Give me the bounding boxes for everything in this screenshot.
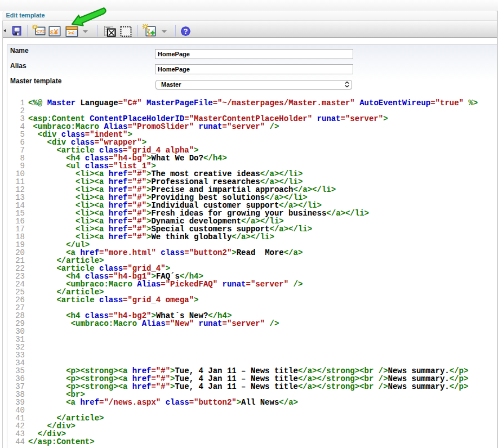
svg-text:ε¥: ε¥	[50, 29, 58, 37]
svg-text:?: ?	[184, 27, 188, 35]
svg-text:><: ><	[68, 30, 74, 37]
svg-text:<?>: <?>	[36, 29, 46, 35]
